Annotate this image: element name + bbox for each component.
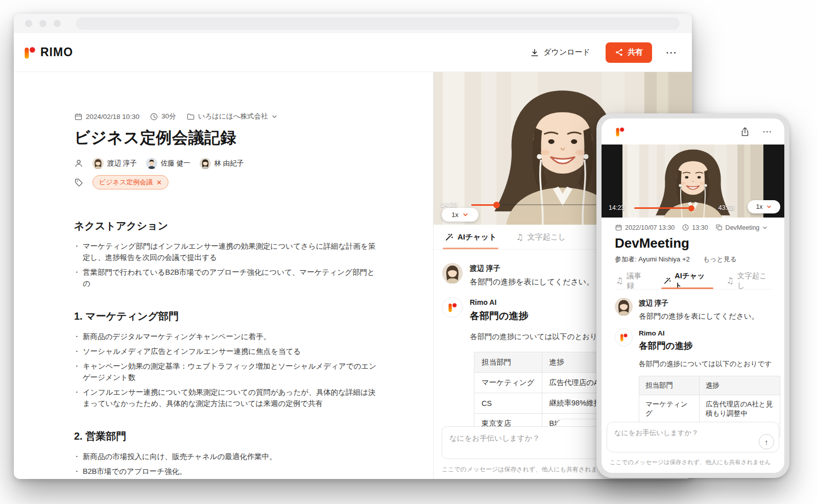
copy-icon [715, 224, 723, 231]
share-ios-icon [740, 127, 750, 137]
meeting-datetime: 2024/02/18 10:30 [74, 112, 139, 121]
calendar-icon [74, 112, 83, 121]
mobile-header: ⋯ [602, 118, 784, 145]
brand-name: RIMO [40, 45, 73, 59]
bullet-item: 営業部門で行われているB2B市場でのアプローチ強化について、マーケティング部門と… [74, 267, 378, 289]
bullet-item: インフルエンサー連携について効果測定についての質問があったが、具体的な詳細は決ま… [74, 387, 378, 409]
participants-summary: 参加者: Ayumi Nishiya +2 [615, 255, 690, 264]
address-bar[interactable] [76, 17, 680, 30]
avatar [146, 158, 157, 169]
playback-speed-button[interactable]: 1x [442, 208, 478, 222]
avatar [92, 158, 104, 169]
chevron-down-icon [766, 204, 772, 210]
table-header-cell: 担当部門 [639, 376, 700, 395]
chat-input[interactable] [607, 422, 779, 452]
participant[interactable]: 佐藤 健一 [146, 158, 190, 169]
send-button[interactable]: ↑ [759, 434, 774, 449]
bullet-item: 新商品のデジタルマーケティングキャンペーンに着手。 [74, 331, 378, 342]
bullet-item: ソーシャルメディア広告とインフルエンサー連携に焦点を当てる [74, 346, 378, 357]
rimo-logo[interactable]: RIMO [23, 45, 73, 60]
meeting-org-selector[interactable]: DevMeeting [715, 224, 768, 231]
clock-icon [150, 112, 158, 121]
folder-icon [186, 112, 195, 121]
avatar [200, 158, 211, 169]
bullet-item: マーケティング部門はインフルエンサー連携の効果測定についてさらに詳細な計画を策定… [74, 241, 378, 263]
chat-ai-heading: 各部門の進捗 [639, 340, 772, 352]
participant[interactable]: 渡辺 淳子 [92, 158, 137, 169]
bullet-item: B2B市場でのアプローチ強化。 [74, 466, 378, 477]
section-bullets: マーケティング部門はインフルエンサー連携の効果測定についてさらに詳細な計画を策定… [74, 241, 378, 289]
share-ios-button[interactable] [740, 127, 750, 137]
window-control-dot[interactable] [25, 20, 32, 27]
tags-row: ビジネス定例会議 ✕ [74, 175, 413, 189]
playback-time-total: 43:23 [718, 204, 734, 211]
meeting-meta: 2022/10/07 13:30 13:30 DevMeeting [615, 224, 773, 231]
tab-minutes[interactable]: ♫ 議事録 [616, 272, 648, 289]
page-title: DevMeeting [615, 235, 773, 251]
tab-ai-chat[interactable]: AIチャット [445, 225, 496, 249]
bullet-item: キャンペーン効果の測定基準：ウェブトラフィック増加とソーシャルメディアでのエンゲ… [74, 361, 378, 383]
window-control-dot[interactable] [54, 20, 61, 27]
chat-input-zone: ↑ [607, 422, 779, 454]
wand-icon [663, 277, 671, 285]
progress-handle[interactable] [493, 202, 500, 208]
chat-ai-name: Rimo AI [470, 297, 613, 306]
section-heading: 1. マーケティング部門 [74, 309, 413, 323]
download-icon [530, 48, 539, 57]
meeting-duration: 30分 [150, 112, 176, 121]
participants-row: 参加者: Ayumi Nishiya +2 もっと見る [615, 255, 773, 264]
share-nodes-icon [615, 48, 623, 57]
playback-time: 14:23 [441, 201, 458, 208]
chat-user-name: 渡辺 淳子 [470, 263, 594, 273]
bullet-item: 新商品の市場投入に向け、販売チャネルの最適化作業中。 [74, 451, 378, 462]
tab-ai-chat[interactable]: AIチャット [663, 272, 711, 289]
chevron-down-icon [271, 113, 278, 120]
mobile-screen: ⋯ 14:23 43:23 1x 2022/1 [602, 118, 784, 473]
rimo-logo-icon [619, 332, 628, 343]
tag-remove-icon[interactable]: ✕ [156, 179, 162, 186]
chat-ai-text: 各部門の進捗については以下のとおりです [639, 359, 772, 369]
browser-window: RIMO ダウンロード 共有 ⋯ 2024/02/18 10:30 [14, 14, 692, 479]
chat-user-text: 各部門の進捗を表にしてください。 [470, 277, 594, 287]
download-label: ダウンロード [543, 47, 590, 57]
page-title: ビジネス定例会議記録 [74, 127, 413, 149]
arrow-up-icon: ↑ [764, 438, 768, 446]
meeting-meta: 2024/02/18 10:30 30分 いろはにほへ株式会社 [74, 112, 413, 121]
chat-message-user: 渡辺 淳子 各部門の進捗を表にしてください。 [615, 298, 773, 321]
tag-chip[interactable]: ビジネス定例会議 ✕ [92, 175, 169, 189]
more-menu-button[interactable]: ⋯ [762, 127, 773, 136]
meeting-datetime: 2022/10/07 13:30 [615, 224, 675, 231]
playback-time-current: 14:23 [609, 204, 624, 211]
section-heading: 2. 営業部門 [74, 429, 413, 443]
wand-icon [445, 233, 453, 242]
rimo-logo-icon [447, 301, 458, 314]
rimo-logo-icon [23, 45, 36, 60]
rimo-logo-icon[interactable] [615, 126, 625, 138]
music-note-icon: ♫ [516, 232, 523, 242]
meeting-org-selector[interactable]: いろはにほへ株式会社 [186, 112, 278, 121]
mobile-tabs: ♫ 議事録 AIチャット ♫ 文字起こし [615, 272, 773, 290]
progress-fill [634, 207, 691, 209]
participant[interactable]: 林 由紀子 [200, 158, 244, 169]
tab-transcript[interactable]: ♫ 文字起こし [516, 225, 566, 249]
window-control-dot[interactable] [39, 20, 46, 27]
document-area: 2024/02/18 10:30 30分 いろはにほへ株式会社 ビジネス定例会議… [14, 72, 433, 479]
progress-handle[interactable] [688, 205, 694, 211]
share-label: 共有 [628, 47, 643, 57]
meeting-duration: 13:30 [682, 224, 708, 231]
rimo-ai-avatar [615, 328, 633, 346]
privacy-note: ここでのメッセージは保存されず、他人にも共有されません [610, 459, 771, 466]
section-heading: ネクストアクション [74, 219, 413, 233]
app-header: RIMO ダウンロード 共有 ⋯ [14, 33, 692, 72]
show-more-link[interactable]: もっと見る [703, 255, 737, 264]
mobile-video-player[interactable]: 14:23 43:23 1x [602, 145, 784, 218]
chevron-down-icon [762, 225, 768, 231]
chat-ai-text: 各部門の進捗については以下のとおりです [470, 332, 613, 342]
avatar [442, 263, 463, 283]
share-button[interactable]: 共有 [606, 42, 652, 63]
tag-icon [74, 178, 83, 187]
playback-speed-button[interactable]: 1x [748, 200, 780, 213]
tab-transcript[interactable]: ♫ 文字起こし [727, 272, 774, 289]
download-button[interactable]: ダウンロード [530, 47, 590, 57]
more-menu-button[interactable]: ⋯ [665, 47, 678, 58]
